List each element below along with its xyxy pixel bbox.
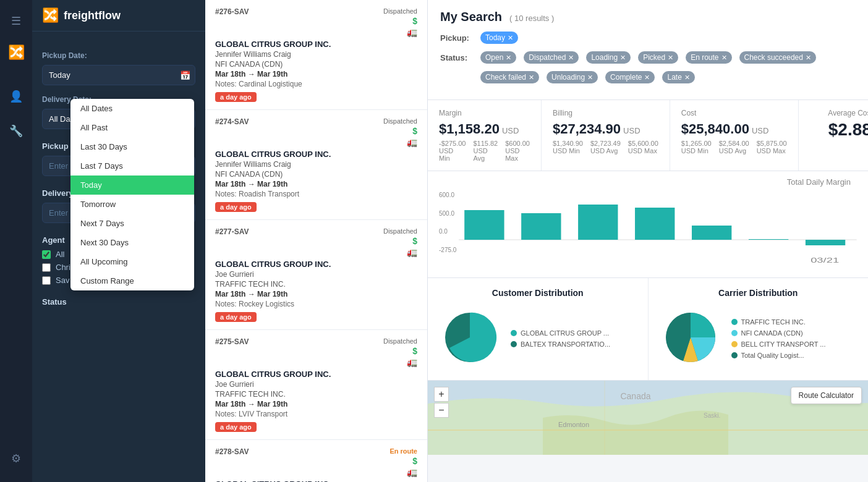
- pickup-tag-close[interactable]: ✕: [508, 34, 513, 42]
- bar-1: [465, 210, 504, 240]
- status-tag-enroute[interactable]: En route✕: [686, 51, 731, 64]
- cost-max: $5,875.00 USD Max: [757, 140, 787, 154]
- user-icon[interactable]: 👤: [5, 85, 27, 108]
- carrier-distribution: Carrier Distribution: [649, 278, 869, 380]
- dropdown-all-past[interactable]: All Past: [70, 118, 194, 137]
- dropdown-last-7[interactable]: Last 7 Days: [70, 156, 194, 175]
- picked-close-icon[interactable]: ✕: [668, 54, 673, 62]
- margin-label: Margin: [439, 109, 530, 117]
- customer-legend: GLOBAL CITRUS GROUP ... BALTEX TRANSPORT…: [511, 329, 610, 348]
- avg-cost-stat: Average Cost / Mile $2.88 USD: [799, 100, 868, 171]
- status-tag-dispatched[interactable]: Dispatched✕: [524, 51, 579, 64]
- dollar-icon: $: [412, 456, 417, 466]
- status-tag-check-succeeded[interactable]: Check succeeded✕: [739, 51, 816, 64]
- agent-all-label: All: [56, 250, 64, 259]
- pickup-date-input[interactable]: [42, 65, 195, 85]
- settings-icon[interactable]: ⚙: [5, 447, 27, 470]
- complete-close-icon[interactable]: ✕: [644, 74, 650, 82]
- shipment-agent: Joe Gurrieri: [215, 270, 417, 279]
- status-tag-loading[interactable]: Loading✕: [586, 51, 631, 64]
- shipment-card[interactable]: #278-SAV En route $ 🚛 GLOBAL CITRUS GROU…: [205, 440, 427, 482]
- map-canada-label: Canada: [620, 391, 650, 401]
- dropdown-custom-range[interactable]: Custom Range: [70, 271, 194, 290]
- route-calculator-button[interactable]: Route Calculator: [791, 387, 862, 404]
- margin-avg: $115.82 USD Avg: [473, 140, 498, 162]
- search-title: My Search: [440, 10, 502, 24]
- truck-icon: 🚛: [407, 357, 417, 367]
- billing-sub: $1,340.90 USD Min $2,723.49 USD Avg $5,6…: [553, 140, 658, 154]
- dropdown-all-dates[interactable]: All Dates: [70, 99, 194, 118]
- shipment-id: #277-SAV: [215, 227, 249, 236]
- menu-icon[interactable]: ☰: [5, 10, 27, 32]
- carrier-pie: [660, 307, 721, 370]
- cost-min: $1,265.00 USD Min: [681, 140, 712, 154]
- margin-min: -$275.00 USD Min: [439, 140, 466, 162]
- shipment-id: #276-SAV: [215, 7, 249, 16]
- dropdown-next-7[interactable]: Next 7 Days: [70, 214, 194, 233]
- zoom-in-button[interactable]: +: [434, 387, 449, 402]
- shipment-agent: Jennifer Williams Craig: [215, 50, 417, 59]
- legend-label: Total Quality Logist...: [741, 352, 804, 359]
- loading-close-icon[interactable]: ✕: [620, 54, 626, 62]
- enroute-close-icon[interactable]: ✕: [721, 54, 727, 62]
- dropdown-last-30[interactable]: Last 30 Days: [70, 137, 194, 156]
- status-tag-check-failed[interactable]: Check failed✕: [480, 71, 539, 83]
- logo-bar: 🔀 freightflow: [32, 0, 205, 32]
- y-neg: -275.0: [439, 247, 456, 253]
- shipment-company: GLOBAL CITRUS GROUP INC.: [215, 260, 417, 269]
- late-close-icon[interactable]: ✕: [684, 74, 690, 82]
- shipment-card[interactable]: #274-SAV Dispatched $ 🚛 GLOBAL CITRUS GR…: [205, 110, 427, 220]
- legend-item: TRAFFIC TECH INC.: [731, 318, 826, 326]
- shipment-card[interactable]: #276-SAV Dispatched $ 🚛 GLOBAL CITRUS GR…: [205, 0, 427, 110]
- status-tag-picked[interactable]: Picked✕: [638, 51, 678, 64]
- unloading-close-icon[interactable]: ✕: [587, 74, 593, 82]
- dollar-icon: $: [412, 16, 417, 26]
- status-tag-open[interactable]: Open✕: [480, 51, 516, 64]
- stats-row: Margin $1,158.20 USD -$275.00 USD Min $1…: [428, 100, 868, 171]
- truck-icon: 🚛: [407, 467, 417, 477]
- agent-chris-checkbox[interactable]: [42, 263, 51, 272]
- legend-item: Total Quality Logist...: [731, 352, 826, 359]
- status-tag-unloading[interactable]: Unloading✕: [547, 71, 598, 83]
- billing-min: $1,340.90 USD Min: [553, 140, 583, 154]
- checkfailed-close-icon[interactable]: ✕: [529, 74, 534, 82]
- logo-text: freightflow: [64, 9, 121, 22]
- checksucceeded-close-icon[interactable]: ✕: [806, 54, 811, 62]
- legend-label: NFI CANADA (CDN): [741, 329, 803, 337]
- dispatched-close-icon[interactable]: ✕: [568, 54, 574, 62]
- time-badge: a day ago: [215, 202, 257, 212]
- agent-all-checkbox[interactable]: [42, 250, 51, 259]
- status-label: Status:: [440, 53, 474, 62]
- status-tag-complete[interactable]: Complete✕: [605, 71, 655, 83]
- dropdown-all-upcoming[interactable]: All Upcoming: [70, 252, 194, 271]
- pickup-tag-today[interactable]: Today ✕: [480, 32, 518, 44]
- date-dropdown: All Dates All Past Last 30 Days Last 7 D…: [70, 99, 194, 290]
- dropdown-today[interactable]: Today: [70, 175, 194, 195]
- carrier-dist-title: Carrier Distribution: [660, 288, 857, 298]
- tools-icon[interactable]: 🔧: [5, 120, 27, 142]
- status-tag-late[interactable]: Late✕: [662, 71, 694, 83]
- dollar-icon: $: [412, 236, 417, 246]
- agent-sav-checkbox[interactable]: [42, 276, 51, 285]
- shipment-card[interactable]: #277-SAV Dispatched $ 🚛 GLOBAL CITRUS GR…: [205, 220, 427, 330]
- dropdown-tomorrow[interactable]: Tomorrow: [70, 195, 194, 214]
- shipment-route: Mar 18th → Mar 19th: [215, 180, 417, 188]
- y-max: 600.0: [439, 192, 456, 198]
- logo-area: 🔀: [8, 44, 25, 61]
- time-badge: a day ago: [215, 92, 257, 102]
- shipment-notes: Notes: Roadish Transport: [215, 190, 417, 198]
- bar-2: [522, 213, 561, 240]
- bar-4: [635, 208, 674, 240]
- shipment-status: Dispatched: [383, 7, 417, 15]
- status-label: Status: [42, 297, 195, 307]
- dropdown-next-30[interactable]: Next 30 Days: [70, 233, 194, 252]
- legend-dot: [511, 330, 517, 336]
- zoom-out-button[interactable]: −: [434, 403, 449, 418]
- open-close-icon[interactable]: ✕: [506, 54, 511, 62]
- legend-dot: [511, 341, 517, 347]
- shipment-card[interactable]: #275-SAV Dispatched $ 🚛 GLOBAL CITRUS GR…: [205, 330, 427, 440]
- carrier-dist-content: TRAFFIC TECH INC. NFI CANADA (CDN) BELL …: [660, 307, 857, 370]
- legend-dot: [731, 330, 738, 336]
- shipment-notes: Notes: Rockey Logistics: [215, 300, 417, 308]
- shipment-company: GLOBAL CITRUS GROUP INC.: [215, 150, 417, 159]
